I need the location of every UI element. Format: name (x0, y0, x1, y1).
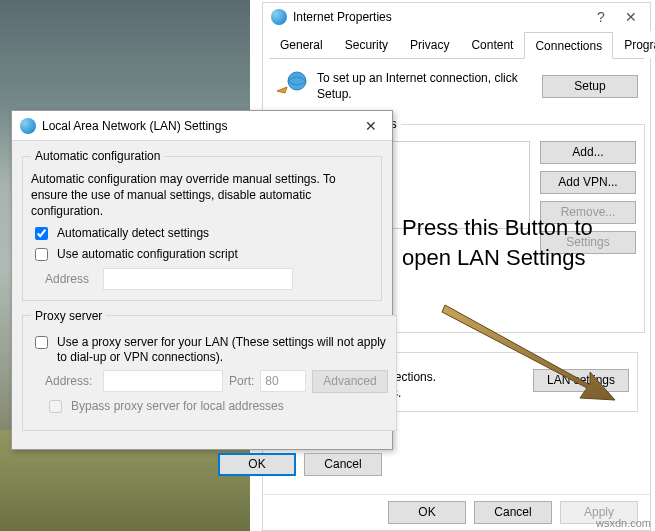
ip-tabs: General Security Privacy Content Connect… (269, 31, 644, 59)
tab-general[interactable]: General (269, 31, 334, 58)
bypass-row: Bypass proxy server for local addresses (45, 399, 388, 416)
lan-settings-button[interactable]: LAN settings (533, 369, 629, 392)
ip-titlebar[interactable]: Internet Properties ? ✕ (263, 3, 650, 31)
remove-button: Remove... (540, 201, 636, 224)
auto-detect-label: Automatically detect settings (57, 226, 209, 242)
setup-hint: To set up an Internet connection, click … (317, 70, 542, 102)
tab-programs[interactable]: Programs (613, 31, 655, 58)
proxy-legend: Proxy server (31, 309, 106, 323)
proxy-enable-checkbox[interactable] (35, 336, 48, 349)
auto-config-hint: Automatic configuration may override man… (31, 171, 373, 220)
auto-script-label: Use automatic configuration script (57, 247, 238, 263)
proxy-group: Proxy server Use a proxy server for your… (22, 309, 397, 431)
lan-close-button[interactable]: ✕ (356, 118, 386, 134)
auto-script-checkbox[interactable] (35, 248, 48, 261)
bypass-checkbox (49, 400, 62, 413)
tab-privacy[interactable]: Privacy (399, 31, 460, 58)
bypass-label: Bypass proxy server for local addresses (71, 399, 284, 415)
auto-address-input (103, 268, 293, 290)
auto-config-legend: Automatic configuration (31, 149, 164, 163)
connection-wizard-icon (275, 69, 309, 103)
lan-footer: OK Cancel (12, 447, 392, 486)
add-button[interactable]: Add... (540, 141, 636, 164)
lan-ok-button[interactable]: OK (218, 453, 296, 476)
ip-title-text: Internet Properties (293, 10, 392, 24)
setup-button[interactable]: Setup (542, 75, 638, 98)
lan-titlebar[interactable]: Local Area Network (LAN) Settings ✕ (12, 111, 392, 141)
vpn-settings-button: Settings (540, 231, 636, 254)
proxy-port-label: Port: (229, 374, 254, 388)
ip-footer: OK Cancel Apply (263, 494, 650, 530)
proxy-enable-label: Use a proxy server for your LAN (These s… (57, 335, 388, 366)
auto-detect-checkbox[interactable] (35, 227, 48, 240)
proxy-advanced-button: Advanced (312, 370, 387, 393)
proxy-address-label: Address: (45, 374, 97, 388)
tab-content[interactable]: Content (460, 31, 524, 58)
tab-security[interactable]: Security (334, 31, 399, 58)
ip-cancel-button[interactable]: Cancel (474, 501, 552, 524)
proxy-port-input (260, 370, 306, 392)
watermark: wsxdn.com (596, 517, 651, 529)
lan-settings-window: Local Area Network (LAN) Settings ✕ Auto… (11, 110, 393, 450)
lan-title-text: Local Area Network (LAN) Settings (42, 119, 227, 133)
svg-point-0 (288, 72, 306, 90)
proxy-enable-row[interactable]: Use a proxy server for your LAN (These s… (31, 335, 388, 366)
auto-config-group: Automatic configuration Automatic config… (22, 149, 382, 301)
internet-options-icon (20, 118, 36, 134)
tab-connections[interactable]: Connections (524, 32, 613, 59)
internet-options-icon (271, 9, 287, 25)
auto-script-row[interactable]: Use automatic configuration script (31, 247, 373, 264)
close-button[interactable]: ✕ (616, 3, 646, 31)
add-vpn-button[interactable]: Add VPN... (540, 171, 636, 194)
proxy-address-input (103, 370, 223, 392)
auto-detect-row[interactable]: Automatically detect settings (31, 226, 373, 243)
auto-address-label: Address (45, 272, 97, 286)
ip-ok-button[interactable]: OK (388, 501, 466, 524)
lan-cancel-button[interactable]: Cancel (304, 453, 382, 476)
help-button[interactable]: ? (586, 3, 616, 31)
